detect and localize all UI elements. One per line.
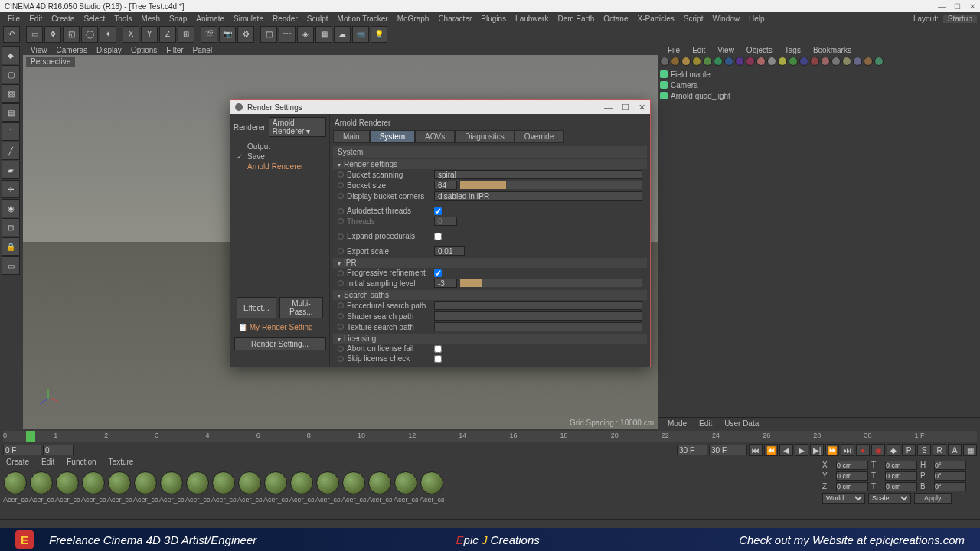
range-end-input[interactable] — [677, 445, 707, 455]
objmgr-tab-view[interactable]: View — [711, 46, 740, 54]
dialog-titlebar[interactable]: Render Settings — ☐ ✕ — [230, 100, 650, 114]
size-x-input[interactable] — [885, 461, 917, 470]
polygons-mode-button[interactable]: ▰ — [2, 161, 20, 179]
model-mode-button[interactable]: ▢ — [2, 65, 20, 83]
dialog-close-icon[interactable]: ✕ — [639, 103, 645, 112]
procedural-search-path-input[interactable] — [434, 301, 642, 310]
licensing-section[interactable]: Licensing — [333, 334, 647, 344]
render-settings-button[interactable]: ⚙ — [237, 26, 254, 43]
points-mode-button[interactable]: ⋮ — [2, 122, 20, 141]
toggle-ball-icon[interactable] — [789, 57, 798, 66]
snap-enable-button[interactable]: ⊡ — [2, 218, 20, 236]
rot-h-input[interactable] — [934, 461, 966, 470]
menu-render[interactable]: Render — [268, 15, 302, 23]
current-frame-input[interactable] — [709, 445, 747, 455]
render-setting-button[interactable]: Render Setting... — [234, 337, 326, 350]
menu-tools[interactable]: Tools — [109, 15, 136, 23]
skip-license-check-checkbox[interactable] — [434, 355, 442, 363]
next-key-button[interactable]: ⏩ — [825, 444, 839, 456]
toggle-ball-icon[interactable] — [681, 57, 691, 66]
sidebar-item-save[interactable]: Save — [234, 152, 326, 161]
shader-search-path-input[interactable] — [434, 311, 642, 321]
menu-mesh[interactable]: Mesh — [137, 15, 165, 23]
toggle-ball-icon[interactable] — [746, 57, 755, 66]
planar-workplane-button[interactable]: ▭ — [2, 256, 20, 275]
objmgr-tab-edit[interactable]: Edit — [686, 46, 711, 54]
material-item[interactable]: Acer_cai — [368, 471, 392, 504]
menu-window[interactable]: Window — [707, 15, 744, 23]
menu-plugins[interactable]: Plugins — [476, 15, 511, 23]
search-paths-section[interactable]: Search paths — [333, 290, 647, 300]
viewport-menu-filter[interactable]: Filter — [162, 46, 188, 54]
range-start-input[interactable] — [43, 445, 74, 455]
toggle-ball-icon[interactable] — [778, 57, 787, 66]
window-minimize-icon[interactable]: — — [937, 2, 946, 11]
toggle-ball-icon[interactable] — [735, 57, 744, 66]
size-y-input[interactable] — [885, 471, 917, 481]
prev-frame-button[interactable]: ◀ — [779, 444, 793, 456]
rot-key-button[interactable]: R — [933, 444, 946, 456]
viewport-menu-display[interactable]: Display — [92, 46, 126, 54]
tweak-mode-button[interactable]: ◉ — [2, 199, 20, 217]
menu-character[interactable]: Character — [433, 15, 476, 23]
material-tab-edit[interactable]: Edit — [35, 458, 60, 468]
toggle-ball-icon[interactable] — [821, 57, 830, 66]
initial-sampling-level-slider[interactable] — [460, 279, 642, 287]
render-picture-viewer-button[interactable]: 📷 — [219, 26, 236, 43]
object-tree[interactable]: Field mapleCameraArnold quad_light — [658, 67, 980, 417]
bucket-size-input[interactable]: 64 — [434, 181, 457, 190]
y-axis-button[interactable]: Y — [141, 26, 158, 43]
toggle-ball-icon[interactable] — [853, 57, 862, 66]
toggle-ball-icon[interactable] — [767, 57, 776, 66]
objmgr-tab-bookmarks[interactable]: Bookmarks — [807, 46, 858, 54]
scale-button[interactable]: ◱ — [63, 26, 80, 43]
live-select-button[interactable]: ▭ — [26, 26, 43, 43]
pla-key-button[interactable]: ▦ — [963, 444, 977, 456]
material-item[interactable]: Acer_cai — [315, 471, 340, 504]
material-item[interactable]: Acer_cai — [394, 471, 418, 504]
toggle-ball-icon[interactable] — [831, 57, 841, 66]
material-item[interactable]: Acer_cai — [289, 471, 314, 504]
menu-dem-earth[interactable]: Dem Earth — [553, 15, 599, 23]
attr-tab-user-data[interactable]: User Data — [718, 419, 765, 428]
render-settings-section[interactable]: Render settings — [333, 159, 647, 169]
material-item[interactable]: Acer_cai — [3, 471, 28, 504]
expand-procedurals-checkbox[interactable] — [434, 233, 442, 240]
undo-button[interactable]: ↶ — [3, 26, 20, 43]
deformer-button[interactable]: ▦ — [315, 26, 332, 43]
material-item[interactable]: Acer_cai — [185, 471, 210, 504]
camera-button[interactable]: 📹 — [352, 26, 369, 43]
toggle-ball-icon[interactable] — [714, 57, 723, 66]
initial-sampling-level-input[interactable]: -3 — [434, 279, 457, 288]
next-frame-button[interactable]: ▶| — [810, 444, 824, 456]
rot-b-input[interactable] — [934, 482, 966, 491]
material-item[interactable]: Acer_cai — [159, 471, 184, 504]
dialog-minimize-icon[interactable]: — — [604, 103, 612, 112]
menu-edit[interactable]: Edit — [24, 15, 47, 23]
autokey-button[interactable]: ◉ — [871, 444, 885, 456]
primitive-cube-button[interactable]: ◫ — [260, 26, 277, 43]
objmgr-tab-file[interactable]: File — [662, 46, 686, 54]
environment-button[interactable]: ☁ — [334, 26, 351, 43]
coord-x-input[interactable] — [836, 461, 868, 470]
material-item[interactable]: Acer_cai — [29, 471, 54, 504]
edges-mode-button[interactable]: ╱ — [2, 142, 20, 160]
dialog-maximize-icon[interactable]: ☐ — [622, 103, 629, 112]
material-item[interactable]: Acer_cai — [81, 471, 106, 504]
make-editable-button[interactable]: ◆ — [2, 46, 20, 64]
menu-laubwerk[interactable]: Laubwerk — [511, 15, 553, 23]
coord-system-button[interactable]: ⊞ — [178, 26, 194, 43]
material-tab-create[interactable]: Create — [0, 458, 35, 468]
material-item[interactable]: Acer_cai — [133, 471, 158, 504]
material-tab-function[interactable]: Function — [60, 458, 102, 468]
play-button[interactable]: ▶ — [795, 444, 808, 456]
attr-tab-mode[interactable]: Mode — [662, 419, 693, 428]
viewport-menu-options[interactable]: Options — [126, 46, 162, 54]
object-row[interactable]: Camera — [660, 80, 978, 90]
layout-select[interactable]: Startup — [943, 15, 977, 23]
move-button[interactable]: ✥ — [44, 26, 61, 43]
sidebar-item-arnold[interactable]: Arnold Renderer — [234, 161, 326, 171]
coord-z-input[interactable] — [836, 482, 868, 491]
progressive-refinement-checkbox[interactable] — [434, 269, 442, 277]
z-axis-button[interactable]: Z — [159, 26, 176, 43]
